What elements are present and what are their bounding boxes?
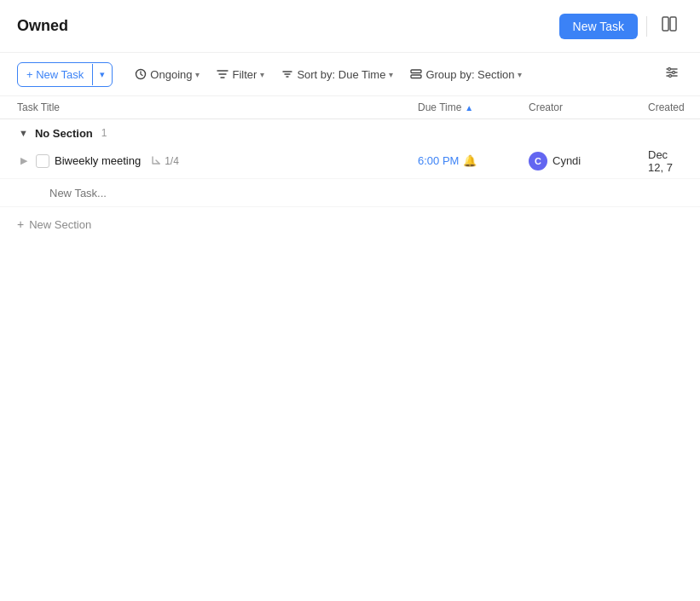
subtask-icon bbox=[151, 155, 162, 166]
toolbar-filters: Ongoing ▾ Filter ▾ Sort by: Due Time ▾ G… bbox=[128, 64, 529, 85]
avatar: C bbox=[529, 152, 547, 170]
col-task-title: Task Title bbox=[17, 101, 418, 113]
page-title: Owned bbox=[17, 17, 68, 35]
table-header: Task Title Due Time ▲ Creator Created bbox=[0, 96, 700, 119]
task-title-cell: ▶ Biweekly meeting 1/4 bbox=[17, 153, 418, 168]
group-icon bbox=[410, 68, 422, 80]
svg-rect-0 bbox=[662, 17, 668, 31]
add-section-icon: + bbox=[17, 217, 24, 231]
creator-name: Cyndi bbox=[552, 154, 581, 167]
new-task-dropdown-button[interactable]: ▾ bbox=[92, 64, 112, 85]
filter-icon bbox=[217, 68, 229, 80]
split-view-button[interactable] bbox=[656, 12, 683, 40]
svg-rect-4 bbox=[411, 75, 421, 78]
svg-point-6 bbox=[673, 72, 675, 74]
new-task-inline-row[interactable] bbox=[0, 179, 700, 207]
new-task-split-button: + New Task ▾ bbox=[17, 62, 113, 87]
col-created: Created bbox=[648, 101, 685, 113]
task-name: Biweekly meeting bbox=[55, 154, 141, 167]
col-due-time[interactable]: Due Time ▲ bbox=[418, 101, 529, 113]
header-divider bbox=[646, 16, 647, 37]
section-no-section[interactable]: ▼ No Section 1 bbox=[0, 119, 700, 143]
adjust-icon bbox=[665, 66, 679, 79]
split-view-icon bbox=[661, 15, 678, 32]
col-creator: Creator bbox=[529, 101, 648, 113]
ongoing-icon bbox=[135, 68, 147, 80]
group-by-button[interactable]: Group by: Section ▾ bbox=[403, 64, 529, 85]
subtask-indicator: 1/4 bbox=[151, 155, 179, 167]
header: Owned New Task bbox=[0, 0, 700, 53]
new-task-header-button[interactable]: New Task bbox=[559, 14, 638, 39]
created-date-cell: Dec 12, 7 bbox=[648, 148, 683, 174]
toolbar: + New Task ▾ Ongoing ▾ Filter ▾ Sort by:… bbox=[0, 53, 700, 96]
task-expand-button[interactable]: ▶ bbox=[17, 153, 31, 168]
section-collapse-button[interactable]: ▼ bbox=[17, 126, 30, 140]
svg-point-7 bbox=[669, 75, 672, 78]
add-section-label: New Section bbox=[29, 218, 91, 231]
adjust-columns-button[interactable] bbox=[661, 61, 683, 87]
sort-icon bbox=[281, 68, 293, 80]
svg-point-5 bbox=[668, 68, 671, 71]
svg-rect-3 bbox=[411, 70, 421, 73]
add-section-row[interactable]: + New Section bbox=[0, 207, 700, 241]
header-actions: New Task bbox=[559, 12, 683, 40]
due-time-cell: 6:00 PM 🔔 bbox=[418, 154, 529, 167]
new-task-main-button[interactable]: + New Task bbox=[18, 63, 92, 86]
filter-button[interactable]: Filter ▾ bbox=[210, 64, 271, 85]
reminder-bell-icon: 🔔 bbox=[463, 154, 477, 167]
creator-cell: C Cyndi bbox=[529, 152, 648, 170]
ongoing-filter-button[interactable]: Ongoing ▾ bbox=[128, 64, 206, 85]
sort-button[interactable]: Sort by: Due Time ▾ bbox=[275, 64, 400, 85]
new-task-inline-input[interactable] bbox=[49, 187, 683, 199]
toolbar-right bbox=[661, 61, 683, 87]
task-checkbox[interactable] bbox=[36, 154, 49, 168]
svg-rect-1 bbox=[670, 17, 676, 31]
sort-arrow-icon: ▲ bbox=[465, 103, 473, 113]
table-row: ▶ Biweekly meeting 1/4 6:00 PM 🔔 C Cyndi… bbox=[0, 143, 700, 179]
